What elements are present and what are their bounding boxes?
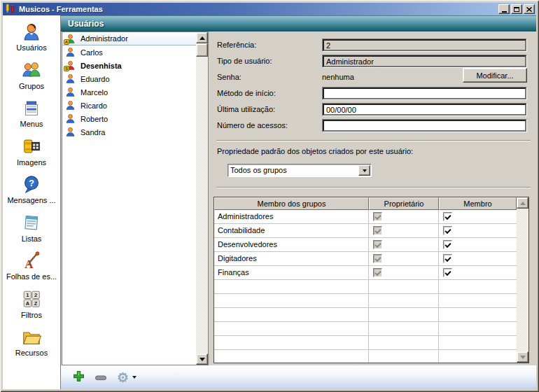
stylesheet-icon: A — [21, 249, 42, 272]
table-row[interactable]: Finanças — [214, 266, 517, 280]
numero-acessos-label: Número de acessos: — [217, 119, 322, 132]
senha-label: Senha: — [217, 71, 322, 84]
svg-text:1: 1 — [26, 292, 29, 298]
user-list-item[interactable]: Ricardo — [62, 99, 196, 112]
table-row[interactable]: Digitadores — [214, 252, 517, 266]
user-icon — [65, 74, 76, 84]
user-list-item[interactable]: AAdministrador — [62, 32, 196, 46]
scroll-up-button[interactable] — [517, 197, 528, 209]
user-list-item[interactable]: SDesenhista — [62, 59, 196, 72]
sidebar-item-label: Recursos — [15, 349, 48, 357]
table-row[interactable]: Contabilidade — [214, 224, 517, 238]
scroll-down-button[interactable] — [517, 351, 528, 363]
column-header-0[interactable]: Membro dos grupos — [214, 197, 369, 210]
table-row — [214, 294, 517, 308]
table-row[interactable]: Administradores — [214, 210, 517, 224]
user-name: Eduardo — [80, 75, 110, 83]
proprietario-checkbox — [373, 254, 382, 263]
sidebar-item-menus[interactable]: Menus — [3, 97, 60, 135]
group-name-cell: Finanças — [214, 266, 369, 279]
sidebar-item-mensagens[interactable]: ?Mensagens ... — [3, 173, 60, 211]
settings-button[interactable]: ⚙ — [117, 371, 136, 384]
svg-text:?: ? — [29, 177, 34, 188]
group-name-cell — [214, 294, 369, 307]
tipo-usuario-field[interactable] — [323, 55, 526, 67]
remove-button[interactable] — [95, 372, 106, 383]
titlebar[interactable]: Musicos - Ferramentas — [3, 3, 536, 15]
scroll-down-button[interactable] — [196, 354, 208, 365]
scroll-track[interactable] — [517, 209, 528, 351]
add-button[interactable] — [73, 370, 85, 384]
menu-icon — [21, 97, 42, 120]
user-name: Carlos — [80, 48, 103, 57]
scroll-track[interactable] — [196, 57, 208, 354]
field-row-senha: Senha: nenhuma Modificar... — [213, 71, 536, 84]
sidebar-item-filtros[interactable]: 12AZFiltros — [3, 288, 60, 326]
panel-title: Usuários — [68, 19, 104, 29]
metodo-inicio-label: Método de início: — [217, 87, 322, 100]
app-window: Musicos - Ferramentas UsuáriosGruposMenu… — [0, 0, 539, 392]
numero-acessos-input[interactable] — [323, 120, 526, 132]
membro-checkbox[interactable] — [443, 240, 452, 249]
sidebar-item-label: Grupos — [19, 82, 44, 90]
membro-checkbox[interactable] — [443, 212, 452, 221]
user-badge: A — [64, 39, 69, 45]
minimize-button[interactable] — [498, 4, 510, 14]
sidebar-item-usuarios[interactable]: Usuários — [3, 20, 60, 59]
panel-header: Usuários — [61, 15, 536, 31]
folder-icon — [21, 326, 42, 349]
membro-checkbox[interactable] — [443, 268, 452, 277]
user-list-item[interactable]: Eduardo — [62, 72, 196, 85]
sidebar-item-recursos[interactable]: Recursos — [3, 326, 60, 364]
user-list-item[interactable]: Roberto — [62, 112, 196, 125]
default-property-value: Todos os grupos — [230, 166, 358, 174]
column-header-2[interactable]: Membro — [439, 197, 517, 210]
question-balloon-icon: ? — [21, 173, 42, 196]
user-name: Roberto — [80, 115, 108, 123]
field-row-metodo: Método de início: — [213, 87, 536, 100]
user-list-item[interactable]: Marcelo — [62, 85, 196, 99]
user-list-item[interactable]: Sandra — [62, 125, 196, 139]
sidebar-item-imagens[interactable]: Imagens — [3, 135, 60, 174]
arrow-up-icon — [520, 202, 526, 205]
scroll-up-button[interactable] — [196, 32, 208, 43]
filter-keys-icon: 12AZ — [21, 288, 42, 311]
field-row-numero: Número de acessos: — [213, 119, 536, 132]
sidebar-item-label: Menus — [20, 120, 43, 128]
user-list-item[interactable]: Carlos — [62, 46, 196, 59]
table-row — [214, 308, 517, 322]
svg-text:Z: Z — [34, 300, 38, 307]
sidebar-item-listas[interactable]: Listas — [3, 211, 60, 250]
close-button[interactable] — [524, 4, 535, 14]
default-property-select[interactable]: Todos os grupos — [227, 164, 372, 177]
field-row-referencia: Referência: — [213, 38, 536, 52]
scroll-thumb[interactable] — [196, 43, 208, 57]
remove-icon — [95, 372, 106, 383]
sidebar-item-label: Listas — [22, 234, 42, 243]
referencia-field[interactable] — [323, 39, 526, 51]
chevron-down-icon[interactable] — [358, 165, 370, 176]
group-name-cell — [214, 280, 369, 293]
modificar-button[interactable]: Modificar... — [463, 68, 527, 83]
sidebar-item-label: Filtros — [21, 311, 42, 319]
maximize-icon — [514, 7, 519, 12]
user-icon — [65, 113, 76, 124]
user-name: Administrador — [80, 34, 128, 43]
group-name-cell: Desenvolvedores — [214, 238, 369, 251]
user-list-scrollbar[interactable] — [196, 32, 208, 365]
user-name: Desenhista — [80, 62, 122, 70]
metodo-inicio-input[interactable] — [323, 88, 526, 99]
table-row[interactable]: Desenvolvedores — [214, 238, 517, 252]
groups-table-scrollbar[interactable] — [517, 197, 528, 363]
maximize-button[interactable] — [511, 4, 522, 14]
ultima-utilizacao-input[interactable] — [323, 104, 526, 115]
sidebar-item-label: Imagens — [17, 158, 46, 167]
sidebar-item-grupos[interactable]: Grupos — [3, 59, 60, 97]
membro-checkbox[interactable] — [443, 226, 452, 235]
membro-checkbox[interactable] — [443, 254, 452, 263]
arrow-down-icon — [200, 358, 205, 361]
user-badge: S — [64, 66, 69, 71]
user-icon: A — [65, 34, 76, 44]
sidebar-item-folhas[interactable]: AFolhas de es... — [3, 249, 60, 288]
column-header-1[interactable]: Proprietário — [369, 197, 439, 210]
